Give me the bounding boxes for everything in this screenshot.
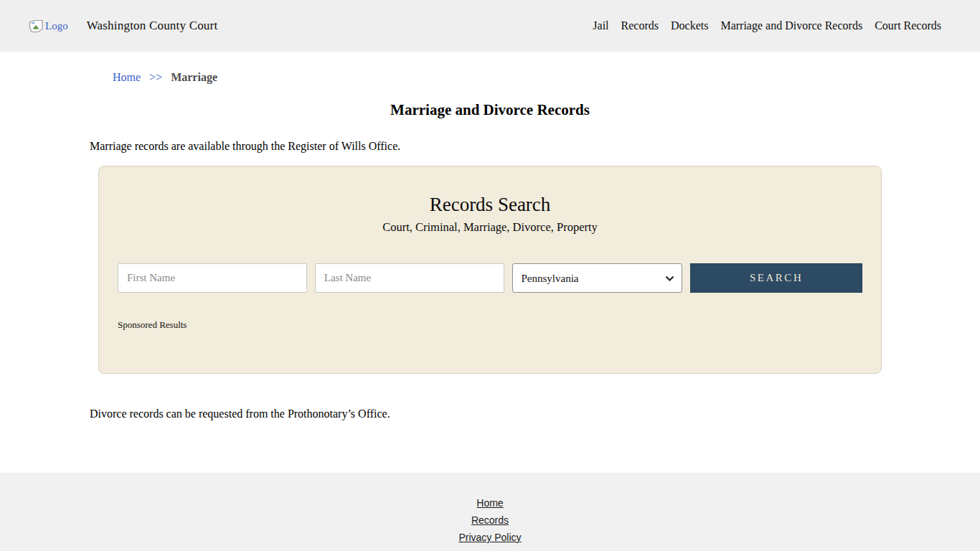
search-button[interactable]: SEARCH <box>690 263 862 293</box>
sponsored-results-label: Sponsored Results <box>118 319 881 331</box>
main-nav: Jail Records Dockets Marriage and Divorc… <box>593 19 941 32</box>
main-content: Home >> Marriage Marriage and Divorce Re… <box>0 52 980 473</box>
records-search-title: Records Search <box>99 194 881 216</box>
first-name-input[interactable] <box>118 263 307 293</box>
site-title: Washington County Court <box>87 19 218 33</box>
site-footer: Home Records Privacy Policy <box>0 473 980 551</box>
search-form-row: Pennsylvania SEARCH <box>118 263 862 293</box>
nav-item-records[interactable]: Records <box>621 19 659 32</box>
divorce-records-text: Divorce records can be requested from th… <box>90 408 980 420</box>
page-title: Marriage and Divorce Records <box>0 101 980 119</box>
records-search-subtitle: Court, Criminal, Marriage, Divorce, Prop… <box>99 220 881 235</box>
footer-link-home[interactable]: Home <box>476 494 503 512</box>
state-select-wrap: Pennsylvania <box>512 263 683 293</box>
last-name-input[interactable] <box>315 263 504 293</box>
broken-image-icon <box>29 19 45 33</box>
logo-alt-text: Logo <box>45 20 68 32</box>
footer-link-records[interactable]: Records <box>471 512 509 529</box>
breadcrumb: Home >> Marriage <box>113 71 980 84</box>
breadcrumb-home-link[interactable]: Home <box>113 71 141 83</box>
breadcrumb-current: Marriage <box>171 71 217 83</box>
brand-area: Logo Washington County Court <box>29 19 217 33</box>
nav-item-marriage-divorce-records[interactable]: Marriage and Divorce Records <box>720 19 862 32</box>
nav-item-jail[interactable]: Jail <box>593 19 608 32</box>
state-select[interactable]: Pennsylvania <box>512 263 683 293</box>
breadcrumb-separator: >> <box>149 71 162 83</box>
records-search-panel: Records Search Court, Criminal, Marriage… <box>98 166 882 374</box>
marriage-records-text: Marriage records are available through t… <box>90 140 980 153</box>
footer-link-privacy-policy[interactable]: Privacy Policy <box>458 529 521 546</box>
logo-link[interactable]: Logo <box>29 19 68 33</box>
nav-item-court-records[interactable]: Court Records <box>875 19 941 32</box>
nav-item-dockets[interactable]: Dockets <box>671 19 708 32</box>
site-header: Logo Washington County Court Jail Record… <box>0 0 980 52</box>
